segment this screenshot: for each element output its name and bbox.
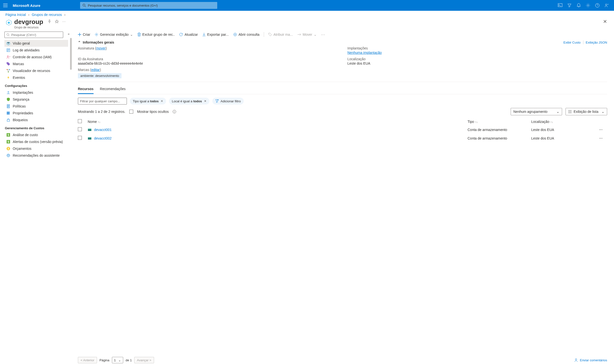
select-all-checkbox[interactable]	[78, 119, 82, 123]
sidebar-search[interactable]	[4, 32, 63, 38]
create-button[interactable]: Criar	[78, 33, 90, 37]
help-icon[interactable]	[595, 3, 600, 8]
overflow-button[interactable]: ···	[321, 33, 325, 37]
tag-chip[interactable]: ambiente: desenvolvimento	[78, 73, 121, 78]
sidebar-item-budgets[interactable]: $ Orçamentos	[4, 145, 68, 152]
svg-text:$: $	[8, 147, 9, 150]
sidebar-item-cost-analysis[interactable]: $ Análise de custo	[4, 131, 68, 138]
export-button[interactable]: Exportar par...	[202, 33, 229, 37]
deployments-link[interactable]: Nenhuma implantação	[347, 51, 382, 55]
svg-point-6	[7, 33, 9, 35]
resource-link[interactable]: devacct001	[94, 128, 112, 132]
filter-pill-type[interactable]: Tipo igual a todos✕	[130, 98, 166, 104]
sidebar-item-locks[interactable]: Bloqueios	[4, 117, 68, 123]
ess-location: Localização Leste dos EUA	[347, 57, 607, 65]
info-icon[interactable]: i	[173, 110, 176, 113]
refresh-button[interactable]: Atualizar	[179, 33, 198, 37]
chevron-down-icon: ⌄	[314, 33, 317, 37]
view-cost-link[interactable]: Exibir Custo	[563, 41, 581, 44]
prev-page-button[interactable]: < Anterior	[78, 357, 97, 363]
advisor-icon	[6, 154, 10, 157]
resource-group-icon	[5, 19, 12, 26]
sidebar-item-tags[interactable]: Marcas	[4, 61, 68, 67]
close-icon[interactable]: ✕	[204, 99, 206, 103]
col-name[interactable]: Nome↑↓	[88, 120, 467, 124]
subscription-move-link[interactable]: mover	[96, 46, 106, 50]
show-hidden-label: Mostrar tipos ocultos	[137, 110, 169, 114]
row-checkbox[interactable]	[78, 127, 82, 131]
page-select[interactable]: 1⌄	[112, 357, 123, 363]
essentials-header[interactable]: ⌃ Informações gerais Exibir Custo Exibiç…	[78, 40, 607, 44]
cloudshell-icon[interactable]	[558, 3, 562, 8]
open-query-button[interactable]: Abrir consulta	[233, 33, 260, 37]
sidebar-item-activity-log[interactable]: Log de atividades	[4, 47, 68, 54]
storage-icon	[88, 136, 92, 140]
assign-button[interactable]: Atribuir ma...	[268, 33, 293, 37]
hamburger-icon[interactable]	[2, 2, 8, 8]
pin-icon[interactable]	[48, 20, 52, 24]
sort-icon: ↑↓	[98, 120, 100, 123]
view-mode-dropdown[interactable]: Exibição de lista ⌄	[565, 108, 607, 115]
search-icon	[82, 4, 86, 7]
col-location[interactable]: Localização↑↓	[531, 120, 595, 124]
tags-edit-link[interactable]: editar	[91, 68, 100, 72]
sidebar-item-cost-alerts[interactable]: $ Alertas de custos (versão prévia)	[4, 138, 68, 145]
close-icon[interactable]: ✕	[161, 99, 163, 103]
svg-rect-15	[7, 120, 10, 121]
sidebar-item-security[interactable]: Segurança	[4, 96, 68, 103]
tab-resources[interactable]: Recursos	[78, 85, 93, 94]
sidebar-item-label: Visão geral	[13, 41, 30, 45]
breadcrumb-groups[interactable]: Grupos de recursos	[32, 13, 62, 17]
svg-point-0	[83, 4, 85, 6]
tabs: Recursos Recomendações	[78, 85, 607, 94]
global-search[interactable]	[80, 2, 217, 9]
send-feedback-link[interactable]: Enviar comentários	[574, 358, 607, 362]
manage-view-button[interactable]: Gerenciar exibição⌄	[94, 33, 133, 37]
sidebar-item-iam[interactable]: Controle de acesso (IAM)	[4, 54, 68, 61]
close-blade-icon[interactable]: ✕	[603, 18, 609, 25]
sidebar-item-policies[interactable]: Políticas	[4, 103, 68, 110]
feedback-icon[interactable]	[604, 3, 609, 8]
row-location: Leste dos EUA	[531, 136, 595, 140]
query-icon	[233, 33, 237, 37]
tab-recommendations[interactable]: Recomendações	[100, 85, 126, 94]
sidebar-item-deployments[interactable]: Implantações	[4, 89, 68, 96]
deploy-icon	[6, 91, 10, 94]
json-view-link[interactable]: Exibição JSON	[586, 41, 607, 44]
star-icon[interactable]	[55, 20, 59, 24]
col-type[interactable]: Tipo↑↓	[467, 120, 531, 124]
sidebar-item-advisor[interactable]: Recomendações do assistente	[4, 152, 68, 159]
records-count-label: Mostrando 1 a 2 de 2 registros.	[78, 110, 125, 114]
more-icon[interactable]: ···	[62, 20, 67, 24]
row-checkbox[interactable]	[78, 136, 82, 140]
sidebar-item-events[interactable]: Eventos	[4, 74, 68, 81]
resource-link[interactable]: devacct002	[94, 136, 112, 140]
move-button[interactable]: Mover⌄	[297, 33, 317, 37]
next-page-button[interactable]: Avançar >	[134, 357, 154, 363]
brand-label[interactable]: Microsoft Azure	[13, 3, 40, 8]
add-filter-button[interactable]: Adicionar filtro	[212, 98, 244, 104]
collapse-sidebar-icon[interactable]: «	[68, 32, 69, 36]
global-search-input[interactable]	[88, 4, 215, 7]
grouping-dropdown[interactable]: Nenhum agrupamento⌄	[511, 108, 562, 115]
notifications-icon[interactable]	[576, 3, 581, 8]
sidebar-item-overview[interactable]: Visão geral	[4, 40, 68, 47]
resources-table: Nome↑↓ Tipo↑↓ Localização↑↓ devacct001 C…	[78, 118, 607, 143]
chevron-down-icon: ⌄	[601, 110, 604, 114]
sidebar-item-properties[interactable]: Propriedades	[4, 110, 68, 117]
filter-icon[interactable]	[567, 3, 572, 8]
row-location: Leste dos EUA	[531, 128, 595, 132]
row-more-button[interactable]: ···	[595, 136, 607, 140]
sidebar-search-input[interactable]	[11, 33, 61, 37]
sidebar-item-resource-viewer[interactable]: Visualizador de recursos	[4, 67, 68, 74]
row-more-button[interactable]: ···	[595, 128, 607, 132]
trash-icon	[137, 33, 141, 37]
breadcrumb-home[interactable]: Página Inicial	[5, 13, 26, 17]
svg-point-5	[605, 4, 607, 5]
settings-icon[interactable]	[586, 3, 590, 8]
svg-point-9	[7, 56, 9, 57]
filter-any-field-input[interactable]	[78, 98, 127, 104]
filter-pill-location[interactable]: Local é igual a todos✕	[169, 98, 209, 104]
delete-button[interactable]: Excluir grupo de rec..	[137, 33, 175, 37]
show-hidden-checkbox[interactable]	[129, 110, 133, 114]
